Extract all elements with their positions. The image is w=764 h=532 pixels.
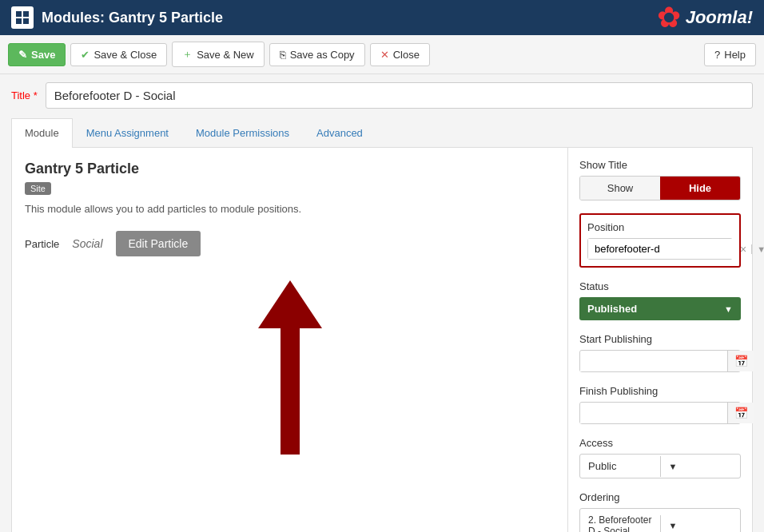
help-button[interactable]: ? Help [704, 43, 756, 66]
tab-advanced[interactable]: Advanced [303, 118, 376, 147]
save-new-button[interactable]: ＋ Save & New [172, 42, 265, 67]
required-marker: * [34, 89, 38, 101]
finish-publishing-section: Finish Publishing 📅 [579, 385, 741, 424]
check-icon: ✔ [81, 49, 90, 61]
close-icon: ✕ [380, 49, 389, 61]
tab-module[interactable]: Module [11, 118, 73, 148]
show-hide-toggle: Show Hide [579, 176, 741, 200]
ordering-value: 2. Beforefooter D - Social [580, 509, 660, 532]
title-row: Title * [11, 82, 753, 109]
content-area: Title * Module Menu Assignment Module Pe… [0, 74, 764, 532]
svg-rect-0 [16, 11, 22, 17]
position-clear-button[interactable]: × [735, 243, 751, 256]
left-panel: Gantry 5 Particle Site This module allow… [12, 148, 568, 532]
position-input-row: × ▼ [587, 238, 733, 260]
title-label: Title * [11, 89, 38, 101]
joomla-logo: ✿ Joomla! [657, 1, 753, 34]
plus-icon: ＋ [182, 47, 193, 62]
show-button[interactable]: Show [580, 177, 660, 200]
right-panel: Show Title Show Hide Position × ▼ Status [568, 148, 752, 532]
toolbar: ✎ Save ✔ Save & Close ＋ Save & New ⎘ Sav… [0, 35, 764, 74]
svg-rect-2 [16, 18, 22, 24]
particle-value: Social [72, 237, 102, 250]
joomla-icon: ✿ [657, 1, 681, 34]
save-close-button[interactable]: ✔ Save & Close [70, 43, 167, 66]
ordering-arrow-icon: ▼ [660, 515, 741, 532]
position-label: Position [587, 221, 733, 233]
ordering-label: Ordering [579, 491, 741, 503]
start-publishing-calendar-button[interactable]: 📅 [727, 351, 754, 371]
access-select[interactable]: Public ▼ [579, 454, 741, 478]
save-icon: ✎ [18, 49, 27, 61]
particle-label: Particle [25, 238, 59, 250]
save-button[interactable]: ✎ Save [8, 43, 66, 66]
position-section: Position × ▼ [579, 213, 741, 268]
arrow-head [258, 280, 322, 328]
tab-menu-assignment[interactable]: Menu Assignment [73, 118, 182, 147]
arrow-shaft [281, 327, 300, 455]
hide-button[interactable]: Hide [660, 177, 740, 200]
status-dropdown[interactable]: Published ▼ [579, 297, 741, 320]
copy-icon: ⎘ [280, 49, 286, 61]
status-section: Status Published ▼ [579, 280, 741, 320]
access-label: Access [579, 437, 741, 449]
finish-publishing-label: Finish Publishing [579, 385, 741, 397]
site-badge: Site [25, 182, 51, 195]
main-layout: Gantry 5 Particle Site This module allow… [11, 148, 753, 532]
header: Modules: Gantry 5 Particle ✿ Joomla! [0, 0, 764, 35]
module-icon [11, 6, 34, 29]
save-copy-button[interactable]: ⎘ Save as Copy [269, 43, 365, 66]
start-publishing-label: Start Publishing [579, 333, 741, 345]
start-publishing-section: Start Publishing 📅 [579, 333, 741, 372]
close-button[interactable]: ✕ Close [370, 43, 430, 66]
status-value: Published [587, 303, 637, 315]
show-title-label: Show Title [579, 159, 741, 171]
finish-publishing-calendar-button[interactable]: 📅 [727, 403, 754, 423]
access-section: Access Public ▼ [579, 437, 741, 478]
access-arrow-icon: ▼ [660, 456, 741, 477]
tab-module-permissions[interactable]: Module Permissions [182, 118, 303, 147]
module-description: This module allows you to add particles … [25, 203, 555, 215]
finish-publishing-row: 📅 [579, 402, 741, 424]
help-icon: ? [714, 49, 720, 61]
access-value: Public [580, 455, 660, 478]
svg-rect-3 [23, 18, 29, 24]
tabs-bar: Module Menu Assignment Module Permission… [11, 118, 753, 148]
show-title-section: Show Title Show Hide [579, 159, 741, 200]
edit-particle-button[interactable]: Edit Particle [116, 231, 201, 256]
particle-row: Particle Social Edit Particle [25, 231, 555, 256]
start-publishing-input[interactable] [580, 351, 727, 371]
header-left: Modules: Gantry 5 Particle [11, 6, 223, 29]
joomla-text: Joomla! [686, 7, 753, 28]
page-title: Modules: Gantry 5 Particle [42, 10, 223, 26]
status-arrow-icon: ▼ [724, 304, 733, 314]
position-input[interactable] [588, 239, 735, 259]
position-dropdown-button[interactable]: ▼ [751, 244, 764, 254]
title-input[interactable] [46, 82, 753, 109]
finish-publishing-input[interactable] [580, 403, 727, 423]
ordering-section: Ordering 2. Beforefooter D - Social ▼ [579, 491, 741, 532]
status-label: Status [579, 280, 741, 292]
arrow-indicator [25, 280, 555, 456]
start-publishing-row: 📅 [579, 350, 741, 372]
svg-rect-1 [23, 11, 29, 17]
ordering-select[interactable]: 2. Beforefooter D - Social ▼ [579, 508, 741, 532]
module-title: Gantry 5 Particle [25, 161, 555, 177]
